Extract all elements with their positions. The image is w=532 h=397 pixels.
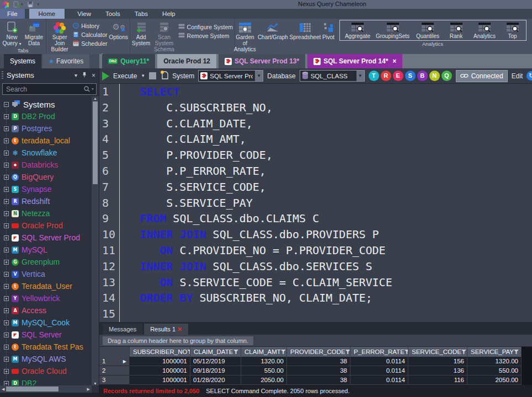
super-join-builder-button[interactable]: Super Join Builder [48,20,71,52]
expand-icon[interactable]: + [4,260,9,265]
spreadsheet-button[interactable]: Spreadsheet [290,20,321,40]
quick-connect-button-Q[interactable]: Q [441,71,452,81]
parse-query-icon[interactable] [160,70,168,82]
quick-new-query-button[interactable]: ▾ [13,1,23,8]
grid-cell[interactable]: 09/18/2019 [190,366,241,375]
quick-connect-button-B[interactable]: B [417,71,428,81]
code-line[interactable]: INNER JOIN SQL_CLASS.dbo.PROVIDERS P [120,227,532,243]
column-header-provider_code[interactable]: PROVIDER_CODE [287,347,350,357]
tree-item-mysql[interactable]: +MySQL [0,244,92,256]
tree-item-netezza[interactable]: +Netezza [0,207,92,219]
expand-icon[interactable]: + [4,114,9,119]
close-tab-icon[interactable]: × [392,57,396,65]
grid-cell[interactable]: 550.00 [467,366,522,375]
tree-item-oracle-prod[interactable]: +Oracle Prod [0,219,92,232]
row-header[interactable]: 3 [99,375,130,385]
scrollbar-thumb[interactable] [6,387,58,391]
tab-messages[interactable]: Messages [103,324,142,335]
groupingsets-button[interactable]: GroupingSets [375,21,411,40]
panel-dropdown-icon[interactable]: ▾ [75,72,77,78]
column-header-claim_date[interactable]: CLAIM_DATE [190,347,241,357]
code-line[interactable]: P.P_ERROR_RATE, [120,163,532,179]
expand-icon[interactable]: + [4,248,9,253]
quick-access-dropdown-icon[interactable]: ▾ [38,2,40,7]
grid-cell[interactable]: 136 [408,366,467,375]
grid-cell[interactable]: 1000001 [130,366,190,375]
tree-item-sql-server[interactable]: +SQL Server [0,329,92,341]
tree-item-sql-server-prod[interactable]: +SQL Server Prod [0,232,92,244]
menu-home[interactable]: Home [29,9,65,19]
scroll-up-icon[interactable]: ▲ [93,96,97,100]
tree-item-access[interactable]: +Access [0,304,92,316]
connected-button[interactable]: Connected [456,70,508,82]
scroll-down-icon[interactable]: ▼ [93,382,97,385]
top-button[interactable]: Top [502,21,524,40]
code-line[interactable]: ON C.PROVIDER_NO = P.PROVIDER_CODE [120,243,532,259]
stop-icon[interactable] [149,72,156,79]
grid-cell[interactable]: 1000001 [130,357,190,366]
tree-item-synapse[interactable]: +Synapse [0,183,92,195]
scrollbar-thumb[interactable] [93,101,98,184]
search-input[interactable] [5,85,82,94]
options-button[interactable]: ⚙⚙ Options [109,20,128,40]
group-by-bar[interactable]: Drag a column header here to group by th… [99,335,532,347]
grid-cell[interactable]: 38 [287,357,350,366]
history-button[interactable]: History [73,22,107,30]
grid-cell[interactable]: 116 [408,375,467,385]
column-header-p_error_rate[interactable]: P_ERROR_RATE [350,347,408,357]
scan-system-schema-button[interactable]: Scan System Schema [152,20,176,52]
filter-icon[interactable] [514,350,519,354]
expand-icon[interactable]: + [4,187,9,192]
filter-icon[interactable] [405,350,408,354]
tree-item-oracle-cloud[interactable]: +Oracle Cloud [0,365,92,377]
chevron-down-icon[interactable]: ▼ [357,71,364,81]
expand-icon[interactable]: + [4,126,9,131]
code-line[interactable]: SELECT [120,84,532,100]
analytics-button[interactable]: Analytics [469,21,501,40]
rank-button[interactable]: Rank [445,21,468,40]
tab-oracle-prod-12[interactable]: Oracle Prod 12 [157,54,216,68]
expand-icon[interactable]: + [4,223,9,228]
expand-icon[interactable]: + [4,345,9,350]
tree-item-yellowbrick[interactable]: +Yellowbrick [0,292,92,304]
aggregate-button[interactable]: Aggregate [342,21,374,40]
tab-sql-server-prod-13[interactable]: SQL Server Prod 13* [219,54,305,68]
execute-dropdown-icon[interactable]: ▼ [141,73,145,78]
code-line[interactable]: ON S.SERVICE_CODE = C.CLAIM_SERVICE [120,275,532,291]
edit-button[interactable]: Edit [512,72,523,80]
expand-icon[interactable]: + [4,320,9,325]
grid-cell[interactable]: 01/28/2020 [190,375,241,385]
grid-cell[interactable]: 38 [287,375,350,385]
grid-cell[interactable]: 0.0114 [350,375,408,385]
quick-connect-button-S[interactable]: S [405,71,416,81]
expand-icon[interactable]: + [4,308,9,313]
chevron-down-icon[interactable]: ▼ [255,71,263,81]
scroll-right-icon[interactable]: ▶ [87,387,90,391]
sidebar-horizontal-scrollbar[interactable]: ◀▶ [0,385,92,393]
chart-graph-button[interactable]: Spreadsheet Chart/Graph [258,20,288,40]
grid-cell[interactable]: 1320.00 [467,357,522,366]
row-header[interactable]: 2 [99,366,130,375]
menu-tabs[interactable]: Tabs [127,9,155,19]
expand-icon[interactable]: + [4,163,9,168]
tab-systems[interactable]: Systems [4,54,41,68]
tree-item-teradata-local[interactable]: +teradata_local [0,135,92,147]
menu-view[interactable]: View [70,9,98,19]
code-line[interactable]: S.SERVICE_CODE, [120,179,532,195]
grid-cell[interactable]: 05/12/2019 [190,357,241,366]
tree-item-postgres[interactable]: +Postgres [0,122,92,135]
expand-icon[interactable]: + [4,151,9,155]
expand-icon[interactable]: + [4,296,9,301]
scheduler-button[interactable]: Scheduler [73,40,107,47]
tree-item-vertica[interactable]: +Vertica [0,268,92,280]
scroll-left-icon[interactable]: ◀ [2,387,4,391]
expand-icon[interactable]: + [4,175,9,180]
grid-cell[interactable]: 1320.00 [241,357,287,366]
column-header-service_pay[interactable]: SERVICE_PAY [467,347,522,357]
database-dropdown[interactable]: SQL_CLASS ▼ [300,70,365,82]
tree-root-systems[interactable]: − Systems [0,98,92,110]
code-line[interactable]: P.PROVIDER_CODE, [120,147,532,163]
tree-item-db2-prod[interactable]: +DB2 Prod [0,110,92,122]
menu-help[interactable]: Help [155,9,183,19]
grid-cell[interactable]: 156 [408,357,467,366]
